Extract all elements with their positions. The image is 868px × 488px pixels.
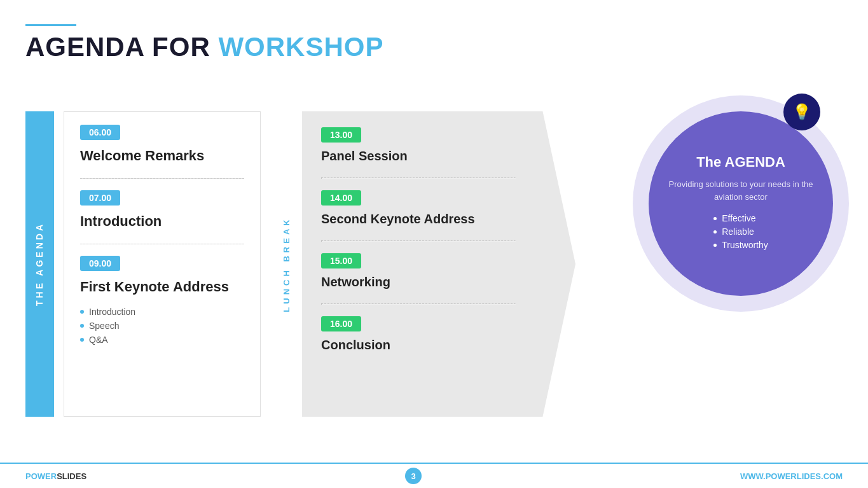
- green-badge-4: 16.00: [321, 316, 361, 331]
- bullet-dot: [80, 338, 84, 342]
- circle-bullet-dot: [713, 230, 717, 234]
- bullet-dot: [80, 310, 84, 314]
- bullet-dot: [80, 324, 84, 328]
- session-3-bullets: Introduction Speech Q&A: [80, 307, 244, 345]
- afternoon-session-3: 15.00 Networking: [321, 253, 537, 289]
- circle-bullet-dot: [713, 217, 717, 220]
- circle-inner: 💡 The AGENDA Providing solutions to your…: [649, 111, 833, 296]
- afternoon-title-3: Networking: [321, 275, 537, 289]
- divider-2: [80, 244, 244, 244]
- afternoon-session-1: 13.00 Panel Session: [321, 127, 537, 164]
- bullet-item: Introduction: [80, 307, 244, 317]
- session-title-3: First Keynote Address: [80, 279, 244, 295]
- bullet-item: Speech: [80, 321, 244, 331]
- afternoon-title-1: Panel Session: [321, 149, 537, 164]
- footer-brand: POWERSLIDES: [25, 471, 86, 481]
- footer-brand-slides: SLIDES: [57, 471, 86, 481]
- footer-url: WWW.POWERLIDES.COM: [740, 471, 843, 481]
- session-title-2: Introduction: [80, 213, 244, 230]
- divider-1: [80, 178, 244, 179]
- arrow-divider-3: [321, 303, 516, 305]
- circle-bullet-2: Reliable: [713, 227, 768, 237]
- afternoon-title-4: Conclusion: [321, 338, 537, 352]
- page-title: AGENDA FOR WORKSHOP: [25, 32, 383, 62]
- green-badge-1: 13.00: [321, 127, 361, 143]
- footer-brand-power: POWER: [25, 471, 57, 481]
- green-badge-3: 15.00: [321, 253, 361, 268]
- arrow-container: 13.00 Panel Session 14.00 Second Keynote…: [302, 111, 575, 417]
- circle-title: The AGENDA: [696, 154, 785, 171]
- afternoon-title-2: Second Keynote Address: [321, 212, 537, 227]
- session-title-1: Welcome Remarks: [80, 148, 244, 164]
- time-badge-3: 09.00: [80, 256, 120, 271]
- morning-session-1: 06.00 Welcome Remarks: [80, 125, 244, 164]
- afternoon-session-2: 14.00 Second Keynote Address: [321, 190, 537, 227]
- title-highlight: WORKSHOP: [218, 32, 383, 62]
- afternoon-session-4: 16.00 Conclusion: [321, 316, 537, 352]
- circle-bullet-dot: [713, 244, 717, 247]
- time-badge-1: 06.00: [80, 125, 120, 140]
- circle-bullet-3: Trustworthy: [713, 240, 768, 250]
- circle-bullets: Effective Reliable Trustworthy: [713, 213, 768, 253]
- afternoon-content: 13.00 Panel Session 14.00 Second Keynote…: [321, 127, 537, 366]
- arrow-divider-1: [321, 178, 516, 179]
- morning-session-2: 07.00 Introduction: [80, 190, 244, 230]
- circle-outer: 💡 The AGENDA Providing solutions to your…: [633, 95, 849, 312]
- footer: POWERSLIDES 3 WWW.POWERLIDES.COM: [0, 463, 868, 488]
- bullet-item: Q&A: [80, 335, 244, 345]
- lunch-break-label: LUNCH BREAK: [273, 111, 299, 417]
- green-badge-2: 14.00: [321, 190, 361, 206]
- top-accent-line: [25, 24, 76, 26]
- morning-session-3: 09.00 First Keynote Address Introduction…: [80, 256, 244, 345]
- lunch-break-text: LUNCH BREAK: [282, 216, 291, 312]
- time-badge-2: 07.00: [80, 190, 120, 206]
- left-bar: THE AGENDA: [25, 111, 54, 417]
- bulb-icon: 💡: [783, 94, 820, 130]
- circle-bullet-1: Effective: [713, 213, 768, 223]
- arrow-divider-2: [321, 241, 516, 242]
- footer-page-number: 3: [405, 468, 422, 484]
- morning-panel: 06.00 Welcome Remarks 07.00 Introduction…: [64, 111, 261, 417]
- circle-subtitle: Providing solutions to your needs in the…: [668, 178, 814, 203]
- left-bar-label: THE AGENDA: [35, 222, 45, 306]
- title-prefix: AGENDA FOR: [25, 32, 218, 62]
